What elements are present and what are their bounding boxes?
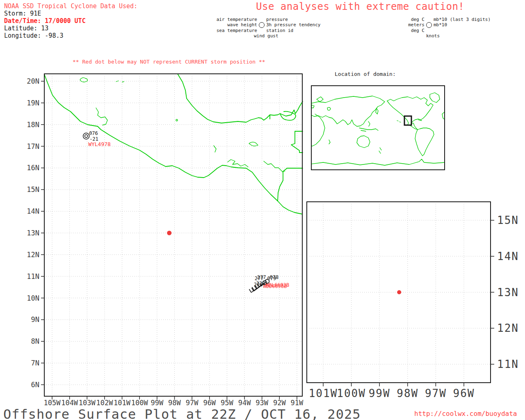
lat-tick-label: 8N xyxy=(31,337,39,345)
lon-tick-label: 100W xyxy=(131,399,148,407)
lat-tick-label: 14N xyxy=(497,250,519,262)
lat-tick-label: 7N xyxy=(31,359,39,367)
legend-sea-temperature: sea temperature xyxy=(213,28,257,33)
lon-tick-label: 103W xyxy=(79,399,96,407)
calm-station-icon xyxy=(83,133,89,139)
island-hook xyxy=(249,142,258,146)
pacific-coastline xyxy=(44,74,302,214)
station-model-legend: air temperature pressure wave height 3h … xyxy=(213,17,320,39)
lon-tick-label: 95W xyxy=(221,399,233,407)
world-location-inset xyxy=(311,85,445,170)
storm-datetime-label: Date/Time: 17/0000 UTC xyxy=(4,17,137,25)
lon-tick-label: 105W xyxy=(44,399,61,407)
main-surface-map: 076-21WYL4978277079228WDD6698B277078228W… xyxy=(16,70,320,413)
station-second-value: 228 xyxy=(256,281,265,286)
lat-tick-label: 20N xyxy=(27,77,39,85)
lat-tick-label: 11N xyxy=(27,272,39,281)
inset-title: Location of domain: xyxy=(335,71,396,77)
lon-tick-label: 99W xyxy=(369,387,390,399)
detail-map-overlay xyxy=(397,290,401,294)
inland-river xyxy=(96,108,216,152)
legend-pressure-tendency: 3h pressure tendency xyxy=(266,22,320,28)
legend-wind-gust: wind gust xyxy=(213,33,320,39)
station-circle-icon xyxy=(257,22,266,28)
station-pressure: 076 xyxy=(89,130,98,136)
lon-tick-label: 97W xyxy=(186,399,199,407)
legend-station-id: station id xyxy=(266,28,320,33)
station-pressure: 078 xyxy=(269,274,278,280)
unit-meters: meters xyxy=(392,22,425,28)
lat-tick-label: 14N xyxy=(27,207,39,215)
lon-tick-label: 100W xyxy=(337,387,366,399)
unit-mb10-pressure: mb*10 (last 3 digits) xyxy=(434,17,491,22)
legend-wave-height: wave height xyxy=(213,22,257,28)
lon-tick-label: 101W xyxy=(114,399,131,407)
lon-tick-label: 94W xyxy=(238,399,251,407)
legend-air-temperature: air temperature xyxy=(213,17,257,22)
storm-id-label: Storm: 91E xyxy=(4,10,137,17)
unit-deg-c-sea: deg C xyxy=(392,28,425,33)
lat-tick-label: 12N xyxy=(497,322,519,334)
border-lower xyxy=(278,168,303,201)
lon-tick-label: 96W xyxy=(453,387,475,399)
station-circle-icon xyxy=(259,22,265,28)
caution-headline: Use analyses with extreme caution! xyxy=(256,1,464,12)
storm-position-dot xyxy=(397,290,401,294)
storm-detail-map: 101W100W99W98W97W96W15N14N13N12N11N xyxy=(304,199,525,408)
legend-pressure: pressure xyxy=(266,17,320,22)
lat-tick-label: 6N xyxy=(31,381,39,389)
lat-tick-label: 15N xyxy=(27,185,39,194)
station-circle-icon xyxy=(425,22,434,28)
storm-longitude-label: Longitude: -98.3 xyxy=(4,32,137,39)
data-source-label: NOAA SSD Tropical Cyclone Data Used: xyxy=(4,2,137,10)
storm-latitude-label: Latitude: 13 xyxy=(4,25,137,32)
world-coastlines xyxy=(311,93,445,165)
lat-tick-label: 13N xyxy=(497,286,519,299)
coastal-lagoons xyxy=(228,160,285,172)
red-dot-disclaimer: ** Red dot below may NOT represent CURRE… xyxy=(73,59,265,65)
station-id: WDL6693B xyxy=(265,282,289,288)
lon-tick-label: 92W xyxy=(273,399,286,407)
unit-mb10-tendency: mb*10 xyxy=(434,22,491,28)
lat-tick-label: 17N xyxy=(27,142,39,151)
unit-blank xyxy=(434,28,491,33)
station-air-temp: 277 xyxy=(257,274,266,280)
lon-tick-label: 99W xyxy=(151,399,163,407)
lon-tick-label: 93W xyxy=(256,399,268,407)
unit-deg-c-air: deg C xyxy=(392,17,425,22)
lat-tick-label: 15N xyxy=(497,214,519,226)
calm-station-icon xyxy=(85,135,88,137)
lat-tick-label: 19N xyxy=(27,99,39,107)
offshore-surface-plot-page: NOAA SSD Tropical Cyclone Data Used: Sto… xyxy=(0,0,525,420)
lon-tick-label: 104W xyxy=(61,399,78,407)
lon-tick-label: 98W xyxy=(397,387,418,399)
lagoon-loop xyxy=(270,112,296,121)
lat-tick-label: 11N xyxy=(497,358,519,370)
unit-knots: knots xyxy=(392,33,491,39)
lat-tick-label: 10N xyxy=(27,294,39,302)
station-units-legend: deg C mb*10 (last 3 digits) meters mb*10… xyxy=(392,17,491,39)
station-circle-icon xyxy=(426,22,432,28)
lon-tick-label: 102W xyxy=(96,399,113,407)
lat-tick-label: 13N xyxy=(27,229,39,237)
small-island xyxy=(176,119,178,121)
lon-tick-label: 101W xyxy=(309,387,338,399)
lat-tick-label: 18N xyxy=(27,121,39,129)
lon-tick-label: 98W xyxy=(168,399,181,407)
detail-map-axes: 101W100W99W98W97W96W15N14N13N12N11N xyxy=(309,214,519,399)
lon-tick-label: 96W xyxy=(203,399,216,407)
source-url-link[interactable]: http://coolwx.com/buoydata xyxy=(414,410,517,418)
plot-title: Offshore Surface Plot at 22Z / OCT 16, 2… xyxy=(3,406,361,420)
lat-tick-label: 16N xyxy=(27,164,39,172)
station-id: WYL4978 xyxy=(88,141,111,147)
lon-tick-label: 91W xyxy=(291,399,304,407)
lat-tick-label: 9N xyxy=(31,315,39,324)
storm-position-dot xyxy=(167,231,171,235)
lon-tick-label: 97W xyxy=(425,387,447,399)
lat-tick-label: 12N xyxy=(27,251,39,259)
storm-info-block: NOAA SSD Tropical Cyclone Data Used: Sto… xyxy=(4,2,137,39)
